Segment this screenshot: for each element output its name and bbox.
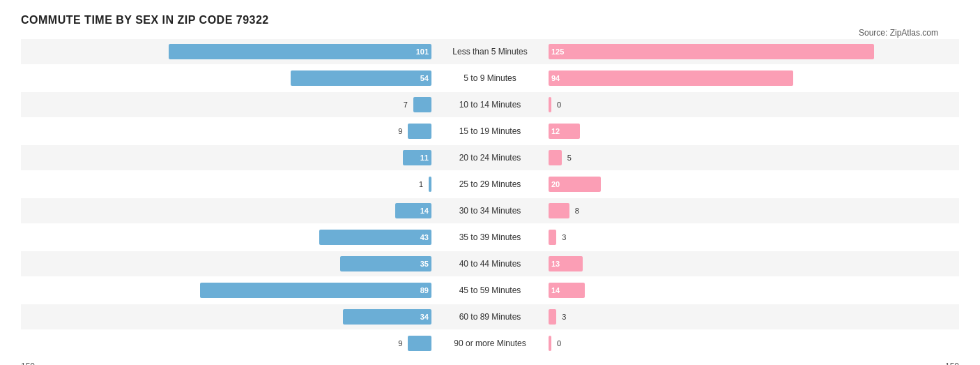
bar-section: 89 45 to 59 Minutes 14 — [21, 278, 959, 303]
female-value-inside: 94 — [551, 74, 560, 82]
male-side: 9 — [21, 124, 434, 139]
table-row: 54 5 to 9 Minutes 94 — [21, 66, 959, 91]
female-value-zero: 0 — [557, 339, 571, 348]
male-bar: 101 — [169, 44, 431, 59]
axis-right: 150 — [945, 362, 959, 365]
source-label: Source: ZipAtlas.com — [859, 28, 938, 38]
male-value-inside: 89 — [420, 286, 429, 295]
row-label: 60 to 89 Minutes — [434, 312, 546, 322]
female-value-outside: 8 — [575, 207, 589, 215]
female-bar — [549, 336, 551, 351]
table-row: 9 15 to 19 Minutes 12 — [21, 119, 959, 144]
bar-section: 35 40 to 44 Minutes 13 — [21, 251, 959, 276]
male-bar — [408, 124, 431, 139]
bar-section: 34 60 to 89 Minutes 3 — [21, 304, 959, 329]
male-side: 101 — [21, 44, 434, 59]
female-side: 12 — [546, 124, 959, 139]
female-side: 14 — [546, 283, 959, 298]
table-row: 7 10 to 14 Minutes 0 — [21, 92, 959, 117]
bar-section: 7 10 to 14 Minutes 0 — [21, 92, 959, 117]
female-side: 5 — [546, 150, 959, 165]
bar-section: 14 30 to 34 Minutes 8 — [21, 198, 959, 223]
female-side: 94 — [546, 70, 959, 86]
male-bar — [408, 336, 431, 351]
female-side: 0 — [546, 336, 959, 351]
female-value-zero: 0 — [557, 100, 571, 109]
male-value-outside: 9 — [388, 127, 402, 135]
bar-section: 11 20 to 24 Minutes 5 — [21, 145, 959, 170]
female-side: 3 — [546, 309, 959, 325]
male-side: 35 — [21, 256, 434, 271]
female-side: 0 — [546, 97, 959, 112]
bar-section: 1 25 to 29 Minutes 20 — [21, 172, 959, 197]
female-value-inside: 14 — [551, 286, 560, 295]
male-side: 34 — [21, 309, 434, 325]
bar-section: 43 35 to 39 Minutes 3 — [21, 225, 959, 250]
female-bar: 125 — [549, 44, 874, 59]
male-value-inside: 11 — [420, 154, 429, 162]
male-value-inside: 101 — [416, 47, 429, 56]
female-value-inside: 12 — [551, 127, 560, 135]
female-side: 3 — [546, 230, 959, 245]
female-side: 125 — [546, 44, 959, 59]
male-side: 43 — [21, 230, 434, 245]
male-side: 14 — [21, 203, 434, 218]
bar-section: 9 15 to 19 Minutes 12 — [21, 119, 959, 144]
row-label: 25 to 29 Minutes — [434, 179, 546, 189]
axis-left: 150 — [21, 362, 35, 365]
male-side: 54 — [21, 70, 434, 86]
bar-section: 101 Less than 5 Minutes 125 — [21, 39, 959, 64]
row-label: 90 or more Minutes — [434, 338, 546, 348]
row-label: 20 to 24 Minutes — [434, 153, 546, 163]
female-bar — [549, 203, 569, 218]
row-label: Less than 5 Minutes — [434, 47, 546, 57]
table-row: 1 25 to 29 Minutes 20 — [21, 172, 959, 197]
female-bar: 94 — [549, 70, 793, 86]
table-row: 14 30 to 34 Minutes 8 — [21, 198, 959, 223]
male-value-outside: 9 — [388, 339, 402, 348]
female-value-inside: 125 — [551, 47, 564, 56]
female-value-outside: 3 — [562, 313, 576, 321]
row-label: 35 to 39 Minutes — [434, 232, 546, 242]
male-side: 7 — [21, 97, 434, 112]
female-bar: 14 — [549, 283, 585, 298]
table-row: 35 40 to 44 Minutes 13 — [21, 251, 959, 276]
female-value-inside: 13 — [551, 260, 560, 268]
male-bar: 34 — [343, 309, 431, 325]
table-row: 34 60 to 89 Minutes 3 — [21, 304, 959, 329]
male-value-inside: 35 — [420, 260, 429, 268]
chart-title: COMMUTE TIME BY SEX IN ZIP CODE 79322 — [21, 14, 959, 27]
row-label: 40 to 44 Minutes — [434, 259, 546, 269]
row-label: 15 to 19 Minutes — [434, 126, 546, 136]
row-label: 10 to 14 Minutes — [434, 100, 546, 110]
male-value-inside: 54 — [420, 74, 429, 82]
male-bar: 14 — [395, 203, 431, 218]
male-value-outside: 7 — [394, 100, 408, 109]
row-label: 45 to 59 Minutes — [434, 285, 546, 295]
female-bar — [549, 150, 562, 165]
female-bar — [549, 230, 556, 245]
male-bar — [413, 97, 431, 112]
male-bar: 43 — [319, 230, 431, 245]
female-bar — [549, 309, 556, 325]
male-bar: 54 — [291, 70, 431, 86]
bar-section: 9 90 or more Minutes 0 — [21, 331, 959, 356]
female-side: 8 — [546, 203, 959, 218]
bar-section: 54 5 to 9 Minutes 94 — [21, 66, 959, 91]
female-bar: 20 — [549, 177, 601, 192]
female-value-outside: 3 — [562, 233, 576, 241]
male-bar: 11 — [403, 150, 431, 165]
row-label: 30 to 34 Minutes — [434, 206, 546, 216]
male-value-outside: 1 — [409, 180, 423, 188]
female-bar — [549, 97, 551, 112]
table-row: 9 90 or more Minutes 0 — [21, 331, 959, 356]
axis-row: 150 150 — [21, 362, 959, 365]
female-side: 20 — [546, 177, 959, 192]
table-row: 11 20 to 24 Minutes 5 — [21, 145, 959, 170]
table-row: 89 45 to 59 Minutes 14 — [21, 278, 959, 303]
female-value-inside: 20 — [551, 180, 560, 188]
row-label: 5 to 9 Minutes — [434, 73, 546, 83]
male-side: 1 — [21, 177, 434, 192]
female-bar: 13 — [549, 256, 583, 271]
male-bar: 89 — [200, 283, 431, 298]
